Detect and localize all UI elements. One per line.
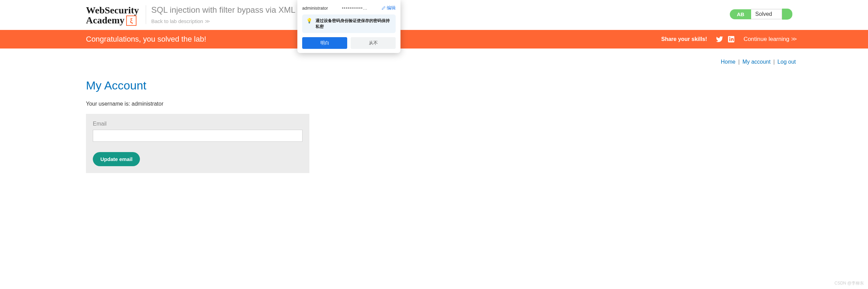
logo-text-1: WebSecurity <box>86 5 139 15</box>
popup-message-text: 通过设备密码身份验证使保存的密码保持私密 <box>316 18 392 30</box>
logo-text-2: Academyξ <box>86 15 139 26</box>
lab-solved-cap <box>782 9 792 20</box>
nav-sep: | <box>773 59 774 65</box>
twitter-icon[interactable] <box>716 35 723 43</box>
update-email-button[interactable]: Update email <box>93 152 140 166</box>
popup-message-box: 💡 通过设备密码身份验证使保存的密码保持私密 <box>302 14 396 33</box>
nav-sep: | <box>738 59 739 65</box>
lab-solved-text: Solved <box>751 9 782 19</box>
lab-badge: AB <box>730 9 751 19</box>
logo-badge-icon: ξ <box>126 15 136 26</box>
chevron-right-icon: >> <box>791 36 796 42</box>
username-line: Your username is: administrator <box>86 101 782 107</box>
popup-ok-button[interactable]: 明白 <box>302 37 347 49</box>
lab-title: SQL injection with filter bypass via XML… <box>151 5 302 15</box>
logo[interactable]: WebSecurity Academyξ <box>86 5 139 26</box>
lightbulb-icon: 💡 <box>306 18 312 23</box>
chevron-right-icon: >> <box>205 18 209 24</box>
share-label: Share your skills! <box>661 36 707 42</box>
nav-logout[interactable]: Log out <box>778 59 796 65</box>
continue-learning-link[interactable]: Continue learning>> <box>744 36 796 43</box>
nav-my-account[interactable]: My account <box>743 59 771 65</box>
nav-home[interactable]: Home <box>721 59 736 65</box>
email-form: Email Update email <box>86 114 309 173</box>
popup-username: administrator <box>302 6 328 11</box>
success-banner: Congratulations, you solved the lab! Sha… <box>0 30 868 49</box>
email-field[interactable] <box>93 130 303 142</box>
page-title: My Account <box>86 79 782 92</box>
email-label: Email <box>93 121 303 127</box>
back-to-lab-link[interactable]: Back to lab description>> <box>151 18 302 24</box>
linkedin-icon[interactable] <box>727 35 735 43</box>
username-value: administrator <box>132 101 163 107</box>
popup-edit-link[interactable]: 编辑 <box>382 5 396 11</box>
lab-status: AB Solved <box>730 9 792 20</box>
congrats-text: Congratulations, you solved the lab! <box>86 35 206 44</box>
top-nav: Home | My account | Log out <box>86 59 796 65</box>
pencil-icon <box>382 6 386 10</box>
popup-password-masked: •••••••••••… <box>342 6 368 11</box>
password-save-popup: administrator •••••••••••… 编辑 💡 通过设备密码身份… <box>297 0 400 53</box>
popup-never-button[interactable]: 从不 <box>351 37 396 49</box>
